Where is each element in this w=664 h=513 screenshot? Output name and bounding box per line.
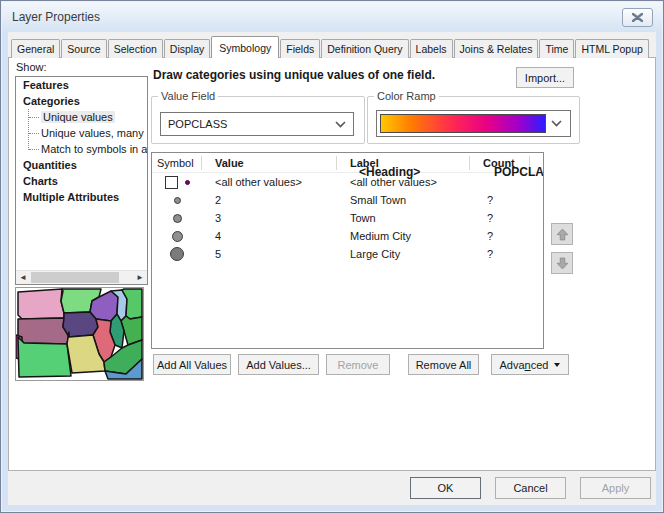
close-icon [632, 13, 643, 22]
window-title: Layer Properties [12, 10, 100, 24]
tab-selection[interactable]: Selection [108, 39, 163, 58]
table-row-heading[interactable]: <Heading> POPCLASS [296, 163, 544, 181]
color-ramp-combobox[interactable] [376, 110, 571, 137]
color-ramp-label: Color Ramp [374, 90, 439, 102]
page-heading: Draw categories using unique values of o… [153, 68, 435, 82]
color-ramp-group: Color Ramp [367, 96, 580, 144]
tree-item-match-symbols[interactable]: Match to symbols in a [28, 141, 147, 157]
remove-button[interactable]: Remove [326, 354, 390, 375]
ok-button[interactable]: OK [410, 477, 481, 499]
apply-button[interactable]: Apply [580, 477, 651, 499]
chevron-down-icon [335, 121, 346, 128]
tab-symbology[interactable]: Symbology [211, 36, 279, 58]
move-up-button[interactable] [551, 223, 573, 245]
column-symbol: Symbol [152, 156, 202, 170]
add-values-button[interactable]: Add Values... [238, 354, 319, 375]
table-row[interactable]: 5 Large City ? [152, 245, 543, 263]
tab-display[interactable]: Display [164, 39, 210, 58]
tree-item-quantities[interactable]: Quantities [16, 157, 147, 173]
color-ramp-swatch [380, 114, 546, 133]
values-table: Symbol Value Label Count <all other valu… [151, 152, 544, 349]
value-field-group: Value Field POPCLASS [151, 96, 365, 144]
value-field-label: Value Field [158, 90, 218, 102]
triangle-down-icon [554, 363, 560, 367]
tab-definition-query[interactable]: Definition Query [321, 39, 408, 58]
scroll-left-icon[interactable]: ◄ [16, 271, 30, 284]
symbology-tab-page: Show: Features Categories Unique values … [8, 57, 656, 471]
dialog-body: General Source Selection Display Symbolo… [8, 32, 656, 505]
move-down-button[interactable] [551, 252, 573, 274]
tab-fields[interactable]: Fields [280, 39, 320, 58]
remove-all-button[interactable]: Remove All [408, 354, 479, 375]
tab-joins-relates[interactable]: Joins & Relates [454, 39, 539, 58]
tab-bar: General Source Selection Display Symbolo… [8, 36, 656, 58]
point-symbol-icon[interactable] [185, 180, 190, 185]
map-preview-image [16, 288, 143, 380]
all-other-values-checkbox[interactable] [165, 176, 178, 189]
arrow-up-icon [556, 228, 569, 241]
tab-labels[interactable]: Labels [410, 39, 453, 58]
tab-html-popup[interactable]: HTML Popup [575, 39, 648, 58]
close-button[interactable] [622, 8, 653, 27]
table-row[interactable]: 2 Small Town ? [152, 191, 543, 209]
layer-properties-dialog: Layer Properties General Source Selectio… [0, 0, 664, 513]
dialog-footer: OK Cancel Apply [8, 471, 656, 505]
value-field-combobox[interactable]: POPCLASS [160, 112, 354, 136]
advanced-button[interactable]: Advanced [491, 354, 569, 375]
table-row[interactable]: 4 Medium City ? [152, 227, 543, 245]
horizontal-scrollbar[interactable]: ◄ ► [16, 270, 147, 284]
tree-item-unique-values-many[interactable]: Unique values, many [28, 125, 147, 141]
show-label: Show: [16, 61, 47, 73]
map-preview [15, 287, 144, 381]
add-all-values-button[interactable]: Add All Values [153, 354, 231, 375]
scroll-right-icon[interactable]: ► [133, 271, 147, 284]
cancel-button[interactable]: Cancel [495, 477, 566, 499]
value-field-value: POPCLASS [168, 118, 227, 130]
point-symbol-icon[interactable] [170, 247, 184, 261]
arrow-down-icon [556, 257, 569, 270]
tab-general[interactable]: General [11, 39, 60, 58]
horizontal-scrollbar-thumb[interactable] [31, 272, 119, 283]
point-symbol-icon[interactable] [174, 197, 181, 204]
tree-item-multiple-attributes[interactable]: Multiple Attributes [16, 189, 147, 205]
show-tree: Features Categories Unique values Unique… [15, 76, 148, 285]
tab-source[interactable]: Source [61, 39, 106, 58]
point-symbol-icon[interactable] [172, 231, 183, 242]
chevron-down-icon [546, 120, 566, 127]
import-button[interactable]: Import... [516, 67, 574, 88]
point-symbol-icon[interactable] [173, 214, 182, 223]
tab-time[interactable]: Time [539, 39, 574, 58]
tree-item-features[interactable]: Features [16, 77, 147, 93]
categories-children: Unique values Unique values, many Match … [28, 109, 147, 157]
tree-item-categories[interactable]: Categories [16, 93, 147, 109]
titlebar[interactable]: Layer Properties [2, 2, 662, 32]
table-row[interactable]: 3 Town ? [152, 209, 543, 227]
tree-item-unique-values[interactable]: Unique values [28, 109, 147, 125]
tree-item-charts[interactable]: Charts [16, 173, 147, 189]
